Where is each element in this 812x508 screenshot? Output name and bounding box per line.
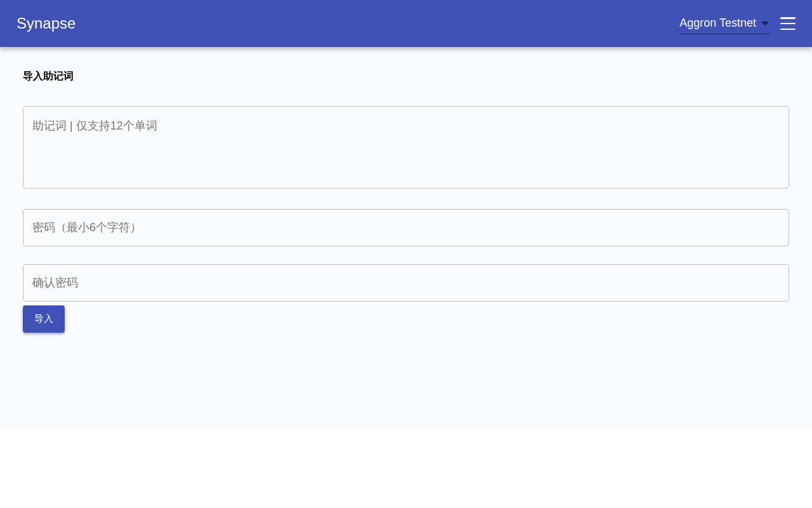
app-title: Synapse	[16, 15, 75, 32]
import-button[interactable]: 导入	[23, 305, 65, 333]
page-content: 导入助记词 导入	[0, 47, 812, 428]
mnemonic-input[interactable]	[23, 106, 789, 189]
menu-icon[interactable]	[780, 17, 796, 30]
chevron-down-icon	[761, 22, 769, 25]
network-selected-label: Aggron Testnet	[679, 17, 756, 30]
network-select[interactable]: Aggron Testnet	[679, 13, 770, 34]
page-title: 导入助记词	[23, 70, 789, 83]
app-bar: Synapse Aggron Testnet	[0, 0, 812, 47]
password-input[interactable]	[23, 209, 789, 246]
confirm-password-input[interactable]	[23, 264, 789, 302]
